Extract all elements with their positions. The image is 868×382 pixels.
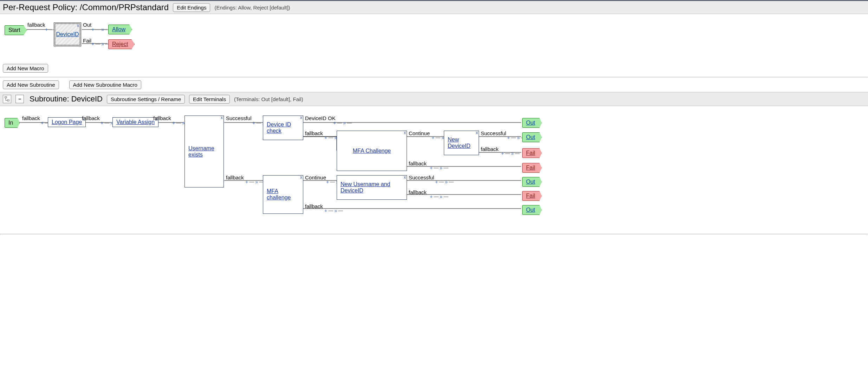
add-action-icon[interactable]: +—»—	[91, 27, 110, 32]
terminal-out[interactable]: Out	[522, 118, 542, 128]
terminal-fail[interactable]: Fail	[522, 163, 542, 173]
delete-node-icon[interactable]: x	[300, 175, 302, 180]
terminal-reject-label: Reject	[112, 41, 128, 47]
branch-label: fallback	[226, 174, 244, 180]
terminal-allow[interactable]: Allow	[108, 25, 132, 34]
add-new-subroutine-macro-button[interactable]: Add New Subroutine Macro	[69, 80, 141, 89]
delete-node-icon[interactable]: x	[476, 130, 478, 135]
collapse-symbol: −	[18, 97, 21, 101]
terminal-reject[interactable]: Reject	[108, 39, 135, 49]
start-label: Start	[8, 27, 20, 33]
branch-label: fallback	[409, 160, 427, 166]
in-label: In	[8, 120, 13, 126]
terminal-out-label: Out	[526, 120, 535, 126]
terminal-fail[interactable]: Fail	[522, 148, 542, 158]
main-flow-area: Start fallback +— x DeviceID Out +—»— Fa…	[3, 18, 544, 64]
branch-label: fallback	[409, 189, 427, 195]
macro-deviceid-node[interactable]: x DeviceID	[54, 22, 81, 46]
variable-assign-label: Variable Assign	[116, 119, 155, 125]
main-flow-panel: Start fallback +— x DeviceID Out +—»— Fa…	[0, 14, 868, 77]
add-new-macro-button[interactable]: Add New Macro	[3, 64, 48, 73]
subroutine-flow-area: In fallback +— x Logon Page fallback +—»…	[3, 110, 544, 230]
terminal-out-label: Out	[526, 207, 535, 213]
branch-label: DeviceID OK	[305, 115, 336, 121]
branch-label: fallback	[82, 115, 100, 121]
delete-node-icon[interactable]: x	[221, 115, 223, 120]
branch-label: Continue	[409, 130, 430, 136]
delete-node-icon[interactable]: x	[404, 130, 406, 135]
add-new-subroutine-button[interactable]: Add New Subroutine	[3, 80, 59, 89]
subroutine-settings-button[interactable]: Subroutine Settings / Rename	[107, 95, 185, 104]
branch-label-out: Out	[83, 22, 91, 28]
terminal-out[interactable]: Out	[522, 205, 542, 215]
branch-label: fallback	[305, 130, 323, 136]
edit-terminals-button[interactable]: Edit Terminals	[189, 95, 230, 104]
new-deviceid-label: New DeviceID	[448, 137, 475, 149]
mfa-challenge-upper-node[interactable]: x MFA Challenge	[337, 131, 407, 171]
new-username-deviceid-label: New Username and DeviceID	[341, 181, 403, 194]
new-deviceid-node[interactable]: x New DeviceID	[444, 131, 479, 155]
start-node: Start	[5, 25, 27, 35]
variable-assign-node[interactable]: x Variable Assign	[112, 117, 158, 127]
terminal-out[interactable]: Out	[522, 177, 542, 187]
logon-page-node[interactable]: x Logon Page	[48, 117, 86, 127]
device-id-check-label: Device ID check	[267, 121, 299, 134]
delete-node-icon[interactable]: x	[404, 175, 406, 180]
new-username-deviceid-node[interactable]: x New Username and DeviceID	[337, 175, 407, 200]
collapse-toggle-icon[interactable]: −	[15, 95, 24, 103]
svg-rect-5	[7, 100, 9, 101]
branch-label: fallback	[481, 146, 499, 152]
add-action-icon[interactable]: +—»—	[435, 179, 454, 185]
branch-label: Successful	[226, 115, 252, 121]
add-action-icon[interactable]: +—»—	[333, 120, 352, 126]
svg-rect-4	[5, 97, 7, 98]
subroutine-buttons-row: Add New Subroutine Add New Subroutine Ma…	[0, 78, 868, 92]
add-action-icon[interactable]: +—»—	[430, 194, 448, 199]
add-action-icon[interactable]: +—»—	[430, 165, 448, 171]
branch-label: Successful	[409, 174, 434, 180]
branch-label: fallback	[22, 115, 40, 121]
logon-page-label: Logon Page	[52, 119, 82, 125]
add-action-icon[interactable]: +—»—	[91, 41, 110, 47]
endings-hint: (Endings: Allow, Reject [default])	[214, 5, 290, 11]
macro-deviceid-label: DeviceID	[56, 31, 79, 38]
add-action-icon[interactable]: +—»—	[245, 179, 264, 185]
delete-macro-icon[interactable]: x	[77, 23, 79, 28]
policy-title: Per-Request Policy: /Common/PRPstandard	[3, 2, 169, 12]
edit-endings-button[interactable]: Edit Endings	[173, 3, 210, 12]
terminal-allow-label: Allow	[112, 26, 125, 33]
mfa-challenge-lower-label: MFA challenge	[267, 188, 299, 201]
terminal-out[interactable]: Out	[522, 132, 542, 142]
terminals-hint: (Terminals: Out [default], Fail)	[234, 96, 303, 102]
mfa-challenge-lower-node[interactable]: x MFA challenge	[263, 175, 303, 214]
device-id-check-node[interactable]: x Device ID check	[263, 116, 303, 140]
terminal-fail-label: Fail	[526, 150, 535, 156]
username-exists-node[interactable]: x Username exists	[184, 116, 224, 187]
terminal-out-label: Out	[526, 134, 535, 140]
terminal-fail-label: Fail	[526, 165, 535, 171]
subroutine-flow-panel: In fallback +— x Logon Page fallback +—»…	[0, 106, 868, 234]
branch-label: Continue	[305, 174, 326, 180]
branch-label: fallback	[153, 115, 171, 121]
subroutine-title: Subroutine: DeviceID	[30, 94, 103, 104]
branch-label: Successful	[481, 130, 506, 136]
subroutine-header: − Subroutine: DeviceID Subroutine Settin…	[0, 92, 868, 106]
terminal-fail-label: Fail	[526, 193, 535, 199]
branch-label: fallback	[305, 203, 323, 209]
branch-label-fail: Fail	[83, 38, 91, 44]
delete-node-icon[interactable]: x	[300, 115, 302, 120]
terminal-fail[interactable]: Fail	[522, 191, 542, 201]
add-action-icon[interactable]: +—	[45, 27, 54, 32]
branch-label-fallback: fallback	[27, 22, 45, 28]
add-action-icon[interactable]: +—»—	[324, 208, 343, 213]
subroutine-tree-icon[interactable]	[3, 95, 11, 103]
username-exists-label: Username exists	[188, 145, 220, 158]
section-divider	[0, 234, 868, 235]
policy-header: Per-Request Policy: /Common/PRPstandard …	[0, 0, 868, 14]
in-node: In	[5, 118, 20, 128]
mfa-challenge-upper-label: MFA Challenge	[353, 148, 391, 154]
add-action-icon[interactable]: +—»—	[501, 151, 520, 156]
terminal-out-label: Out	[526, 179, 535, 185]
